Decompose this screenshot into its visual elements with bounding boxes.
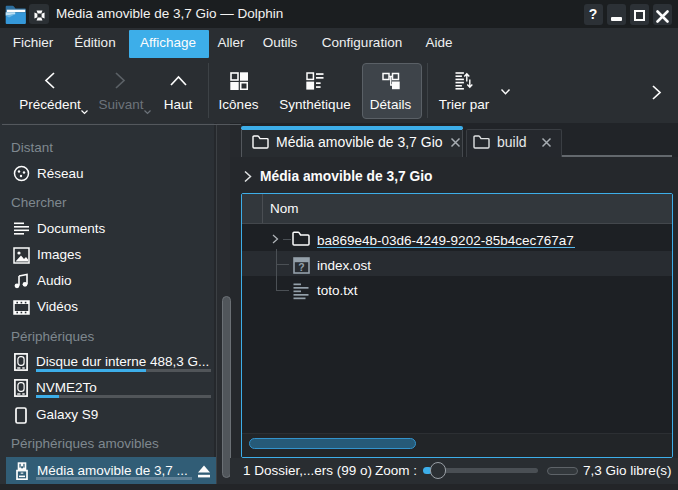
svg-text:?: ? <box>298 261 304 273</box>
